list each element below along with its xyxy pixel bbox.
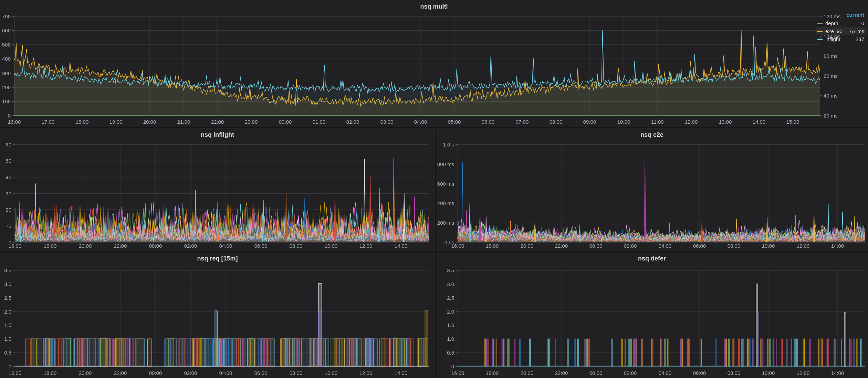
panel-title-nsq-e2e[interactable]: nsq e2e — [436, 131, 868, 139]
legend-series-name: e2e .95 — [825, 28, 843, 34]
series-color-swatch[interactable] — [817, 31, 823, 32]
panel-nsq-defer: nsq defer — [436, 252, 868, 378]
legend-current-header[interactable]: current — [816, 11, 866, 19]
panel-title-nsq-inflight[interactable]: nsq inflight — [0, 131, 435, 139]
panel-nsq-req-15m: nsq req [15m] — [0, 252, 435, 378]
nsq-multi-chart[interactable] — [0, 0, 868, 127]
panel-nsq-inflight: nsq inflight — [0, 128, 435, 251]
legend-row-inflight[interactable]: inflight 237 — [816, 35, 866, 43]
nsq-inflight-chart[interactable] — [0, 129, 435, 251]
series-color-swatch[interactable] — [817, 39, 823, 40]
panel-nsq-e2e: nsq e2e — [436, 128, 868, 251]
nsq-defer-chart[interactable] — [436, 252, 868, 378]
panel-title-nsq-defer[interactable]: nsq defer — [436, 255, 868, 262]
series-color-swatch[interactable] — [817, 23, 823, 24]
panel-title-nsq-multi[interactable]: nsq multi — [0, 3, 868, 10]
legend-series-name: depth — [825, 20, 838, 26]
legend-series-value: 0 — [861, 20, 864, 26]
panel-title-nsq-req-15m[interactable]: nsq req [15m] — [0, 255, 435, 262]
legend-series-value: 237 — [856, 36, 864, 42]
legend-series-name: inflight — [825, 36, 840, 42]
legend: current depth 0 e2e .95 67 ms inflight 2… — [816, 11, 866, 43]
legend-row-e2e-95[interactable]: e2e .95 67 ms — [816, 27, 866, 35]
legend-series-value: 67 ms — [850, 28, 864, 34]
legend-row-depth[interactable]: depth 0 — [816, 19, 866, 27]
panel-nsq-multi: nsq multi current depth 0 e2e .95 67 ms … — [0, 0, 868, 127]
nsq-req-15m-chart[interactable] — [0, 252, 435, 378]
nsq-e2e-chart[interactable] — [436, 129, 868, 251]
